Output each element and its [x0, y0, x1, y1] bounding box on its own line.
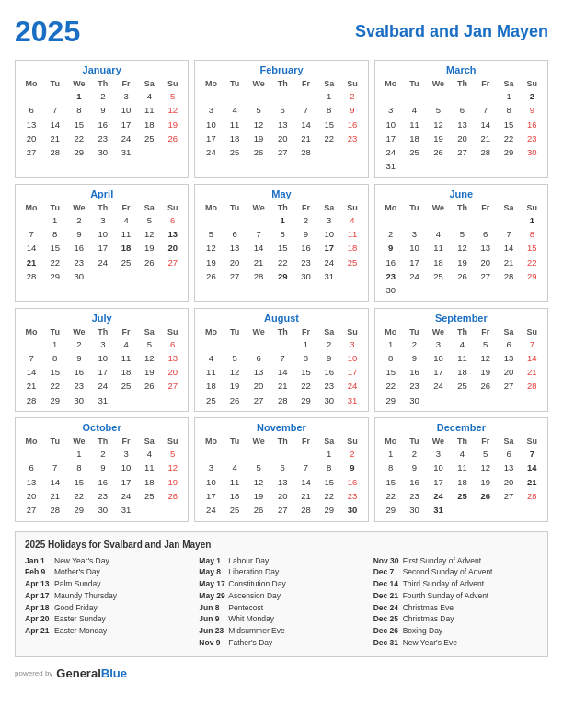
calendar-day: 12: [138, 351, 161, 365]
weekday-header: Sa: [497, 202, 520, 213]
holiday-date: Apr 20: [25, 613, 54, 625]
calendar-day: 7: [497, 227, 520, 241]
holiday-name: Whit Monday: [228, 613, 274, 625]
calendar-day: 26: [138, 256, 161, 269]
calendar-day: 10: [199, 475, 223, 489]
calendar-day: 29: [379, 503, 403, 517]
calendar-day: 23: [91, 131, 114, 145]
calendar-day: 10: [317, 227, 340, 241]
calendar-day: 14: [521, 351, 544, 365]
holiday-name: Maundy Thursday: [54, 590, 117, 602]
calendar-day: 3: [91, 213, 114, 227]
calendar-day: 31: [317, 269, 340, 283]
calendar-day: 13: [161, 351, 184, 365]
calendar-day: 17: [114, 475, 137, 489]
calendar-day: 21: [43, 131, 66, 145]
calendar-day: 3: [114, 89, 137, 103]
calendar-day: 2: [294, 213, 317, 227]
calendar-day: 29: [317, 503, 340, 517]
holiday-item: Apr 17Maundy Thursday: [25, 590, 190, 602]
holiday-date: Nov 30: [373, 555, 403, 567]
calendar-day: 18: [114, 241, 137, 255]
calendar-day: 11: [403, 118, 426, 131]
weekday-header: Mo: [379, 436, 403, 447]
calendar-day: 3: [426, 337, 451, 351]
calendar-day: 7: [521, 447, 544, 461]
holiday-date: Jun 9: [199, 613, 228, 625]
weekday-header: Mo: [199, 202, 223, 213]
calendar-day: 16: [379, 256, 403, 269]
weekday-header: Fr: [294, 78, 317, 89]
weekday-header: Su: [340, 326, 363, 337]
calendar-day: 26: [247, 145, 271, 159]
holiday-item: Feb 9Mother's Day: [25, 566, 190, 578]
calendar-day: 13: [161, 227, 184, 241]
calendar-day: 8: [497, 103, 520, 117]
calendar-day: 19: [474, 475, 497, 489]
calendar-day: 8: [43, 351, 66, 365]
calendar-day: 15: [66, 475, 91, 489]
calendar-day: [161, 503, 184, 517]
calendar-day: 29: [43, 393, 66, 407]
calendar-day: 3: [199, 461, 223, 474]
calendar-day: 1: [521, 213, 544, 227]
calendar-day: 13: [451, 118, 474, 131]
calendar-day: 23: [66, 379, 91, 392]
calendar-day: 17: [199, 131, 223, 145]
calendar-day: 24: [379, 145, 403, 159]
calendar-table: MoTuWeThFrSaSu12345678910111213141516171…: [19, 202, 184, 283]
calendar-day: 13: [19, 118, 43, 131]
calendar-day: 7: [294, 103, 317, 117]
calendar-day: [451, 393, 474, 407]
calendar-day: 31: [114, 503, 137, 517]
calendar-day: 18: [451, 365, 474, 379]
calendar-day: 22: [317, 131, 340, 145]
holiday-date: May 8: [199, 566, 228, 578]
calendar-day: 25: [138, 131, 161, 145]
weekday-header: Th: [91, 202, 114, 213]
weekday-header: Sa: [317, 436, 340, 447]
calendar-day: 25: [403, 145, 426, 159]
calendar-day: 28: [521, 489, 544, 503]
calendar-day: 21: [271, 379, 294, 392]
calendar-day: 29: [521, 269, 544, 283]
calendar-day: 23: [294, 256, 317, 269]
weekday-header: Tu: [403, 78, 426, 89]
calendar-day: 30: [403, 393, 426, 407]
calendar-day: 9: [521, 103, 544, 117]
calendar-day: 7: [19, 227, 43, 241]
weekday-header: Mo: [199, 78, 223, 89]
calendar-day: [474, 159, 497, 173]
holiday-date: Apr 18: [25, 602, 54, 614]
calendar-day: 6: [19, 103, 43, 117]
weekday-header: Tu: [223, 436, 246, 447]
calendar-day: 19: [426, 131, 451, 145]
calendar-day: 14: [247, 241, 271, 255]
calendar-day: [294, 89, 317, 103]
calendar-day: 23: [340, 131, 363, 145]
calendar-day: [340, 145, 363, 159]
calendar-day: [426, 159, 451, 173]
weekday-header: Sa: [497, 78, 520, 89]
calendar-day: 9: [91, 461, 114, 474]
calendar-day: 16: [403, 365, 426, 379]
calendar-day: [199, 337, 223, 351]
calendar-day: 23: [403, 379, 426, 392]
calendar-day: 12: [474, 351, 497, 365]
calendar-day: 21: [294, 489, 317, 503]
calendar-day: 3: [199, 103, 223, 117]
calendar-day: 8: [294, 351, 317, 365]
weekday-header: We: [426, 78, 451, 89]
calendar-day: 4: [138, 89, 161, 103]
calendar-day: 5: [199, 227, 223, 241]
calendar-day: 1: [317, 447, 340, 461]
calendar-day: 20: [497, 365, 520, 379]
calendar-day: 22: [379, 489, 403, 503]
calendar-day: 24: [317, 256, 340, 269]
calendar-day: 12: [426, 118, 451, 131]
calendar-day: 15: [497, 118, 520, 131]
holiday-item: Apr 13Palm Sunday: [25, 578, 190, 590]
calendar-day: 15: [379, 475, 403, 489]
holiday-name: Liberation Day: [228, 566, 279, 578]
calendar-day: 9: [66, 227, 91, 241]
